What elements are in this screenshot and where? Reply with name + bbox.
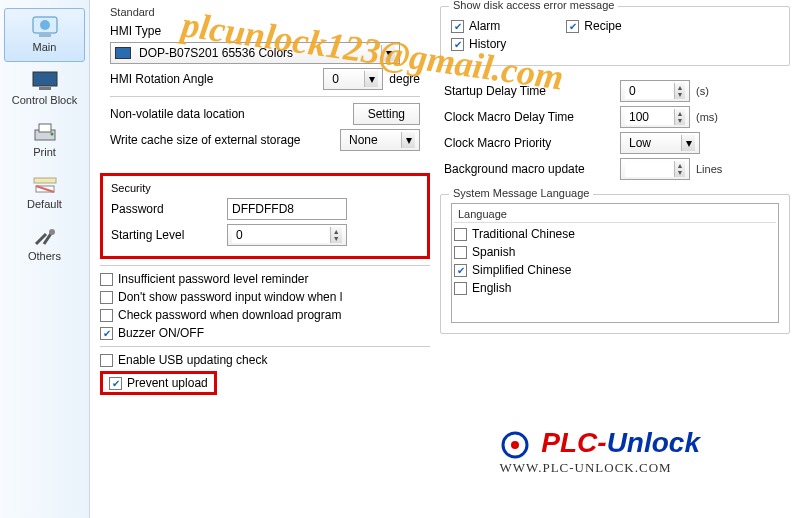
- label-bg-macro: Background macro update: [444, 162, 614, 176]
- group-language: System Message Language Language Traditi…: [440, 194, 790, 334]
- chk-dont-show[interactable]: Don't show password input window when l: [100, 290, 430, 304]
- chk-history[interactable]: History: [451, 37, 506, 51]
- label-buzzer: Buzzer ON/OFF: [118, 326, 204, 340]
- spin-arrows-icon[interactable]: ▲▼: [330, 227, 342, 243]
- start-level-value[interactable]: [232, 227, 330, 243]
- svg-point-1: [40, 20, 50, 30]
- sidebar-item-main[interactable]: Main: [4, 8, 85, 62]
- start-level-spinner[interactable]: ▲▼: [227, 224, 347, 246]
- combo-hmi-type[interactable]: DOP-B07S201 65536 Colors ▾: [110, 42, 400, 64]
- checkbox-icon: [451, 38, 464, 51]
- chk-recipe[interactable]: Recipe: [566, 19, 621, 33]
- chk-buzzer[interactable]: Buzzer ON/OFF: [100, 326, 430, 340]
- lang-label: English: [472, 281, 511, 295]
- lang-item[interactable]: Spanish: [454, 245, 776, 259]
- pencil-ruler-icon: [32, 174, 58, 196]
- label-check-pw: Check password when download program: [118, 308, 341, 322]
- checkbox-icon: [454, 282, 467, 295]
- checkbox-icon: [451, 20, 464, 33]
- svg-rect-3: [33, 72, 57, 86]
- lang-label: Simplified Chinese: [472, 263, 571, 277]
- sidebar-item-control-block[interactable]: Control Block: [4, 64, 85, 114]
- sidebar-label-print: Print: [33, 146, 56, 158]
- svg-point-7: [50, 133, 53, 136]
- chevron-down-icon: ▾: [401, 132, 415, 148]
- language-list-header: Language: [454, 206, 776, 223]
- bg-macro-value[interactable]: [625, 161, 674, 177]
- unit-ms: (ms): [696, 111, 724, 123]
- svg-rect-4: [39, 87, 51, 90]
- checkbox-icon: [109, 377, 122, 390]
- checkbox-icon: [454, 228, 467, 241]
- clock-delay-value[interactable]: [625, 109, 674, 125]
- svg-point-11: [49, 229, 55, 235]
- sidebar-label-default: Default: [27, 198, 62, 210]
- sidebar-item-default[interactable]: Default: [4, 168, 85, 218]
- unit-lines: Lines: [696, 163, 736, 175]
- group-disk-error: Show disk access error message Alarm His…: [440, 6, 790, 66]
- unit-s: (s): [696, 85, 724, 97]
- chk-enable-usb[interactable]: Enable USB updating check: [100, 353, 430, 367]
- chk-prevent-upload[interactable]: Prevent upload: [109, 376, 208, 390]
- label-startup-delay: Startup Delay Time: [444, 84, 614, 98]
- lang-label: Spanish: [472, 245, 515, 259]
- lang-item[interactable]: English: [454, 281, 776, 295]
- label-recipe: Recipe: [584, 19, 621, 33]
- startup-delay-value[interactable]: [625, 83, 674, 99]
- chevron-down-icon: ▾: [681, 135, 695, 151]
- svg-rect-8: [34, 178, 56, 183]
- monitor-small-icon: [115, 47, 131, 59]
- combo-cache[interactable]: None ▾: [340, 129, 420, 151]
- label-dont-show: Don't show password input window when l: [118, 290, 342, 304]
- setting-button[interactable]: Setting: [353, 103, 420, 125]
- main-icon: [29, 15, 61, 39]
- chk-insufficient[interactable]: Insufficient password level reminder: [100, 272, 430, 286]
- checkbox-icon: [100, 291, 113, 304]
- label-prevent-upload: Prevent upload: [127, 376, 208, 390]
- sidebar-item-others[interactable]: Others: [4, 220, 85, 270]
- label-alarm: Alarm: [469, 19, 500, 33]
- separator: [110, 96, 420, 97]
- chevron-down-icon: ▾: [381, 45, 395, 61]
- label-rotation: HMI Rotation Angle: [110, 72, 317, 86]
- label-insufficient: Insufficient password level reminder: [118, 272, 309, 286]
- spin-arrows-icon[interactable]: ▲▼: [674, 109, 685, 125]
- chk-alarm[interactable]: Alarm: [451, 19, 506, 33]
- monitor-icon: [31, 70, 59, 92]
- label-history: History: [469, 37, 506, 51]
- startup-delay-spinner[interactable]: ▲▼: [620, 80, 690, 102]
- spin-arrows-icon[interactable]: ▲▼: [674, 83, 685, 99]
- spin-arrows-icon[interactable]: ▲▼: [674, 161, 685, 177]
- hmi-type-value: DOP-B07S201 65536 Colors: [135, 46, 377, 60]
- checkbox-icon: [100, 354, 113, 367]
- printer-icon: [32, 122, 58, 144]
- label-nv-location: Non-volatile data location: [110, 107, 347, 121]
- rotation-value: 0: [328, 72, 339, 86]
- sidebar: Main Control Block Print Default Others: [0, 0, 90, 518]
- checkbox-icon: [566, 20, 579, 33]
- label-enable-usb: Enable USB updating check: [118, 353, 267, 367]
- bg-macro-spinner[interactable]: ▲▼: [620, 158, 690, 180]
- label-clock-delay: Clock Macro Delay Time: [444, 110, 614, 124]
- clock-delay-spinner[interactable]: ▲▼: [620, 106, 690, 128]
- combo-rotation[interactable]: 0 ▾: [323, 68, 383, 90]
- combo-clock-priority[interactable]: Low ▾: [620, 132, 700, 154]
- lang-item[interactable]: Simplified Chinese: [454, 263, 776, 277]
- language-listbox[interactable]: Language Traditional Chinese Spanish Sim…: [451, 203, 779, 323]
- checkbox-icon: [100, 327, 113, 340]
- chk-check-pw[interactable]: Check password when download program: [100, 308, 430, 322]
- label-hmi-type: HMI Type: [110, 24, 161, 38]
- password-input[interactable]: [227, 198, 347, 220]
- rotation-unit: degre: [389, 72, 420, 86]
- label-password: Password: [111, 202, 221, 216]
- label-clock-priority: Clock Macro Priority: [444, 136, 614, 150]
- group-security-highlight: Security Password Starting Level ▲▼: [100, 173, 430, 259]
- legend-security: Security: [111, 182, 419, 194]
- label-start-level: Starting Level: [111, 228, 221, 242]
- cache-value: None: [345, 133, 378, 147]
- lang-item[interactable]: Traditional Chinese: [454, 227, 776, 241]
- separator: [100, 346, 430, 347]
- separator: [100, 265, 430, 266]
- svg-rect-2: [39, 34, 51, 37]
- sidebar-item-print[interactable]: Print: [4, 116, 85, 166]
